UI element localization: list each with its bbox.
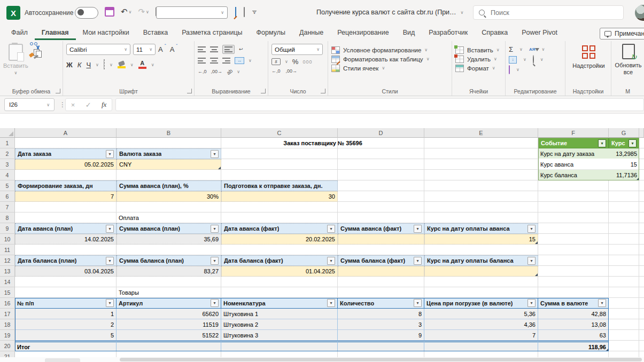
goods-cell[interactable]: 5 (15, 330, 117, 341)
underline-button[interactable]: Ч (86, 61, 91, 68)
horizontal-scrollbar[interactable] (120, 358, 642, 361)
tab-page-layout[interactable]: Разметка страницы (175, 27, 249, 40)
goods-cell[interactable]: 65620 (117, 309, 221, 319)
search-input[interactable] (490, 9, 618, 17)
advance-cell[interactable] (338, 234, 424, 245)
decrease-decimal-button[interactable]: ,00→ (286, 68, 298, 74)
insert-function-button[interactable]: fx (102, 100, 106, 109)
select-all-button[interactable] (0, 128, 15, 138)
row-header[interactable]: 5 (0, 180, 15, 191)
row-header[interactable]: 13 (0, 266, 15, 277)
shrink-font-button[interactable]: Аˇ (170, 45, 175, 53)
paste-button[interactable]: Вставить ∨ (3, 44, 28, 75)
formula-input[interactable] (115, 98, 644, 111)
conditional-formatting-button[interactable]: Условное форматирование∨ (331, 45, 449, 54)
advance-header[interactable]: Сумма аванса (план)▾ (117, 223, 221, 234)
rates-cell[interactable]: 15 (609, 159, 639, 170)
delete-cells-button[interactable]: Удалить∨ (455, 54, 503, 64)
row-header[interactable]: 4 (0, 170, 15, 180)
filter-icon[interactable]: ▾ (211, 225, 219, 233)
row-header[interactable]: 7 (0, 202, 15, 213)
filter-icon[interactable]: ▾ (527, 257, 536, 265)
undo-button[interactable]: ↶∨ (121, 7, 131, 17)
params-cell[interactable]: 7 (15, 191, 117, 202)
tab-data[interactable]: Данные (292, 27, 330, 40)
clear-button[interactable] (509, 66, 510, 74)
format-as-table-button[interactable]: Форматировать как таблицу∨ (331, 54, 449, 64)
params-cell[interactable]: 30% (117, 191, 221, 202)
goods-cell[interactable]: 7 (424, 330, 538, 341)
comments-button[interactable]: Примечания (600, 28, 644, 40)
chevron-down-icon[interactable]: ∨ (130, 62, 134, 67)
goods-total-label[interactable]: Итог (15, 341, 117, 351)
chevron-down-icon[interactable]: ∨ (519, 47, 523, 52)
goods-total-value[interactable]: 118,96 (538, 341, 609, 351)
font-size-combo[interactable]: 11∨ (133, 44, 156, 55)
tab-view[interactable]: Вид (396, 27, 422, 40)
find-select-button[interactable] (533, 56, 534, 64)
rates-cell[interactable]: Курс на дату заказа (538, 148, 609, 159)
decrease-indent-button[interactable]: ←,0 (198, 69, 207, 74)
comma-style-button[interactable]: 000 (302, 59, 312, 65)
goods-header[interactable]: Количество▾ (338, 298, 424, 309)
qat-overflow-button[interactable]: ∨ (252, 11, 257, 14)
balance-cell[interactable] (424, 266, 538, 277)
chevron-down-icon[interactable]: ∨ (516, 67, 519, 72)
redo-button[interactable]: ↷∨ (138, 7, 149, 17)
rates-cell[interactable]: Курс баланса (538, 170, 609, 180)
advance-header[interactable]: Дата аванса (план)▾ (15, 223, 117, 234)
params-header[interactable]: Формирование заказа, дн (15, 180, 117, 191)
goods-header[interactable]: Номенклатура▾ (221, 298, 338, 309)
goods-total-cell[interactable] (338, 341, 424, 351)
params-header[interactable]: Сумма аванса (план), % (117, 180, 221, 191)
filter-icon[interactable]: ▾ (106, 150, 114, 158)
chevron-down-icon[interactable]: ∨ (540, 57, 544, 62)
goods-cell[interactable]: Штуковина 2 (221, 319, 338, 330)
enter-button[interactable]: ✓ (86, 101, 91, 109)
rates-cell[interactable]: Курс аванса (538, 159, 609, 170)
row-header[interactable]: 2 (0, 148, 15, 159)
row-header[interactable]: 9 (0, 223, 15, 234)
rates-cell[interactable]: 13,2985 (609, 148, 639, 159)
addins-button[interactable]: Надстройки (569, 44, 609, 69)
filter-icon[interactable]: ▾ (106, 225, 114, 233)
order-header-currency[interactable]: Валюта заказа▾ (117, 148, 221, 159)
row-header[interactable]: 8 (0, 213, 15, 223)
chevron-down-icon[interactable]: ∨ (523, 57, 526, 62)
goods-cell[interactable]: 42,88 (538, 309, 609, 319)
database-button[interactable] (244, 7, 245, 17)
filter-icon[interactable]: ▾ (106, 257, 114, 265)
tab-file[interactable]: Файл (4, 27, 35, 40)
row-header[interactable]: 14 (0, 277, 15, 287)
filter-icon[interactable]: ▾ (598, 139, 606, 147)
goods-section-label[interactable]: Товары (117, 287, 221, 298)
table-resize-handle[interactable] (535, 273, 538, 276)
filter-icon[interactable]: ▾ (414, 257, 422, 265)
grow-font-button[interactable]: Аˆ (158, 45, 163, 53)
column-header-e[interactable]: E (424, 128, 538, 138)
refresh-all-button[interactable]: ↻ Обновить все (615, 44, 642, 76)
tab-formulas[interactable]: Формулы (250, 27, 292, 40)
filter-icon[interactable]: ▾ (414, 299, 422, 307)
goods-cell[interactable]: 5,36 (424, 309, 538, 319)
goods-cell[interactable]: 9 (338, 330, 424, 341)
order-currency-cell[interactable]: CNY (117, 159, 221, 170)
row-header[interactable]: 1 (0, 138, 15, 148)
italic-button[interactable]: К (77, 61, 82, 68)
row-header[interactable]: 3 (0, 159, 15, 170)
goods-cell[interactable]: 63 (538, 330, 609, 341)
rates-header-event[interactable]: Событие▾ (538, 138, 609, 148)
filter-icon[interactable]: ▾ (327, 225, 335, 233)
qat-combobox[interactable]: ∨ (156, 6, 228, 19)
row-header[interactable]: 16 (0, 298, 15, 309)
balance-header[interactable]: Сумма баланса (факт)▾ (338, 255, 424, 266)
balance-header[interactable]: Дата баланса (план)▾ (15, 255, 117, 266)
save-button[interactable] (105, 7, 114, 17)
table-resize-handle[interactable] (637, 177, 639, 180)
advance-header[interactable]: Курс на дату оплаты аванса▾ (424, 223, 538, 234)
orientation-button[interactable]: ab (226, 68, 234, 76)
filter-icon[interactable]: ▾ (629, 139, 637, 147)
sheet-title-cell[interactable]: Заказ поставщику № 35696 (221, 138, 424, 148)
merge-center-button[interactable]: ↔ (235, 57, 244, 64)
fill-color-button[interactable] (118, 61, 126, 68)
